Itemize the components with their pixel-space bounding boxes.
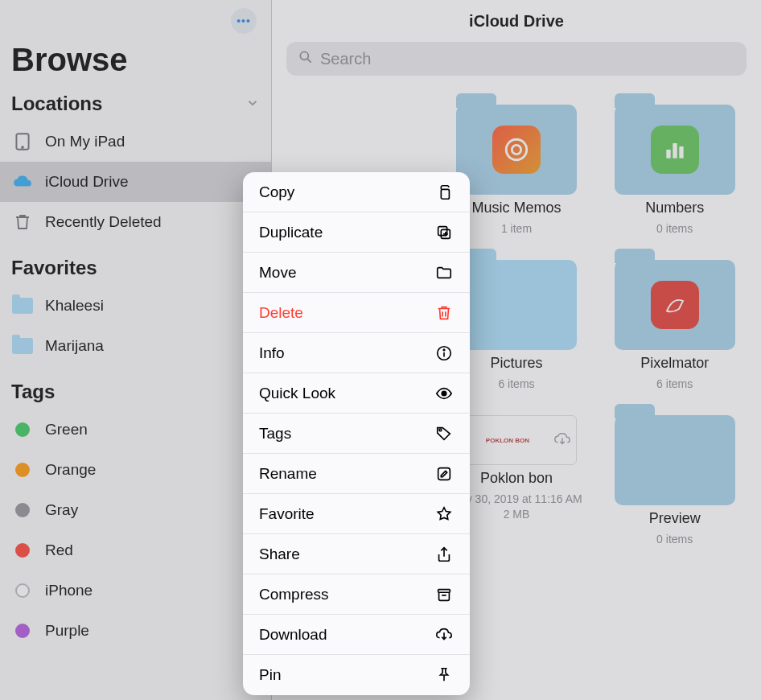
ipad-icon <box>11 130 34 153</box>
menu-item-label: Download <box>259 626 327 644</box>
file-meta: 6 items <box>656 377 693 391</box>
sidebar-item-tag-orange[interactable]: Orange <box>0 450 271 490</box>
file-item-preview[interactable]: Preview 0 items <box>599 415 750 546</box>
menu-item-label: Pin <box>259 666 281 684</box>
tag-dot-icon <box>15 463 30 477</box>
menu-item-favorite[interactable]: Favorite <box>243 494 470 534</box>
menu-item-label: Favorite <box>259 505 315 523</box>
sidebar-item-tag-gray[interactable]: Gray <box>0 490 271 530</box>
folder-icon <box>456 105 577 195</box>
sidebar-item-favorite[interactable]: Khaleesi <box>0 286 271 326</box>
sidebar-item-label: Red <box>45 541 73 559</box>
tag-dot-icon <box>15 503 30 517</box>
svg-point-5 <box>512 145 520 154</box>
sidebar-item-tag-red[interactable]: Red <box>0 530 271 570</box>
section-header-tags[interactable]: Tags <box>0 381 271 410</box>
tags-list: Green Orange Gray Red iPhone Purple <box>0 410 271 651</box>
menu-item-label: Copy <box>259 183 294 201</box>
menu-item-quick-look[interactable]: Quick Look <box>243 373 470 414</box>
menu-item-duplicate[interactable]: Duplicate <box>243 212 470 253</box>
section-header-locations[interactable]: Locations <box>0 93 271 121</box>
svg-point-1 <box>22 146 23 148</box>
search-placeholder: Search <box>320 50 371 68</box>
info-icon <box>434 344 454 363</box>
sidebar-item-label: Gray <box>45 501 78 519</box>
menu-item-tags[interactable]: Tags <box>243 414 470 454</box>
sidebar-item-label: Khaleesi <box>45 297 104 315</box>
sidebar-item-favorite[interactable]: Marijana <box>0 326 271 366</box>
menu-item-copy[interactable]: Copy <box>243 172 470 212</box>
pin-icon <box>434 665 454 685</box>
menu-item-label: Delete <box>259 304 303 322</box>
menu-item-pin[interactable]: Pin <box>243 655 470 695</box>
search-icon <box>298 49 314 69</box>
search-input[interactable]: Search <box>286 42 747 76</box>
pixelmator-icon <box>651 281 699 329</box>
sidebar-item-icloud-drive[interactable]: iCloud Drive <box>0 162 271 202</box>
menu-item-share[interactable]: Share <box>243 534 470 574</box>
file-item-numbers[interactable]: Numbers 0 items <box>599 105 750 236</box>
menu-item-label: Duplicate <box>259 224 323 241</box>
file-meta: 0 items <box>656 532 693 546</box>
cloud-download-icon <box>553 430 571 450</box>
svg-point-14 <box>443 349 444 350</box>
menu-item-info[interactable]: Info <box>243 333 470 373</box>
star-icon <box>434 504 454 524</box>
share-icon <box>434 545 454 564</box>
page-title: iCloud Drive <box>272 0 761 42</box>
duplicate-icon <box>434 223 454 242</box>
menu-item-download[interactable]: Download <box>243 615 470 655</box>
menu-item-compress[interactable]: Compress <box>243 574 470 615</box>
cloud-icon <box>11 171 34 193</box>
file-thumbnail: POKLON BON <box>456 415 577 465</box>
tag-icon <box>434 424 454 443</box>
file-name: Numbers <box>645 200 704 216</box>
menu-item-delete[interactable]: Delete <box>243 293 470 333</box>
section-header-label: Locations <box>11 93 102 115</box>
svg-rect-18 <box>438 589 450 592</box>
sidebar-item-tag-green[interactable]: Green <box>0 410 271 450</box>
sidebar-item-label: Marijana <box>45 337 104 355</box>
sidebar-item-label: Green <box>45 421 88 439</box>
browse-title: Browse <box>0 42 271 93</box>
svg-point-2 <box>300 51 308 60</box>
tag-dot-icon <box>15 583 30 598</box>
menu-item-label: Quick Look <box>259 385 335 402</box>
folder-icon <box>434 263 454 282</box>
folder-icon <box>11 294 34 317</box>
section-header-label: Favorites <box>11 257 97 279</box>
sidebar-item-label: iPhone <box>45 582 93 599</box>
folder-icon <box>456 260 577 350</box>
sidebar-item-tag-iphone[interactable]: iPhone <box>0 570 271 611</box>
svg-point-15 <box>442 391 446 396</box>
menu-item-label: Compress <box>259 586 329 603</box>
sidebar-item-recently-deleted[interactable]: Recently Deleted <box>0 202 271 242</box>
sidebar-item-label: On My iPad <box>45 133 125 150</box>
folder-icon <box>11 335 34 357</box>
file-name: Preview <box>649 510 701 527</box>
menu-item-rename[interactable]: Rename <box>243 454 470 494</box>
numbers-icon <box>651 126 699 174</box>
folder-icon <box>615 415 735 505</box>
file-meta: 6 items <box>498 377 534 391</box>
sidebar-item-label: Purple <box>45 622 89 640</box>
copy-icon <box>434 183 454 202</box>
file-item-pixelmator[interactable]: Pixelmator 6 items <box>599 260 750 391</box>
trash-icon <box>434 303 454 323</box>
tag-dot-icon <box>15 624 30 638</box>
menu-item-label: Move <box>259 264 296 282</box>
menu-item-label: Rename <box>259 465 317 483</box>
section-header-favorites[interactable]: Favorites <box>0 257 271 286</box>
menu-item-move[interactable]: Move <box>243 253 470 293</box>
sidebar-item-tag-purple[interactable]: Purple <box>0 611 271 651</box>
svg-rect-17 <box>438 467 450 480</box>
more-button[interactable]: ••• <box>231 8 257 34</box>
context-menu: Copy Duplicate Move Delete Info Quick Lo… <box>243 172 470 695</box>
pencil-icon <box>434 464 454 484</box>
download-icon <box>434 625 454 644</box>
sidebar-item-label: Recently Deleted <box>45 213 162 231</box>
svg-rect-8 <box>679 146 683 159</box>
sidebar-item-on-my-ipad[interactable]: On My iPad <box>0 121 271 162</box>
section-header-label: Tags <box>11 381 55 403</box>
svg-point-16 <box>439 429 442 431</box>
